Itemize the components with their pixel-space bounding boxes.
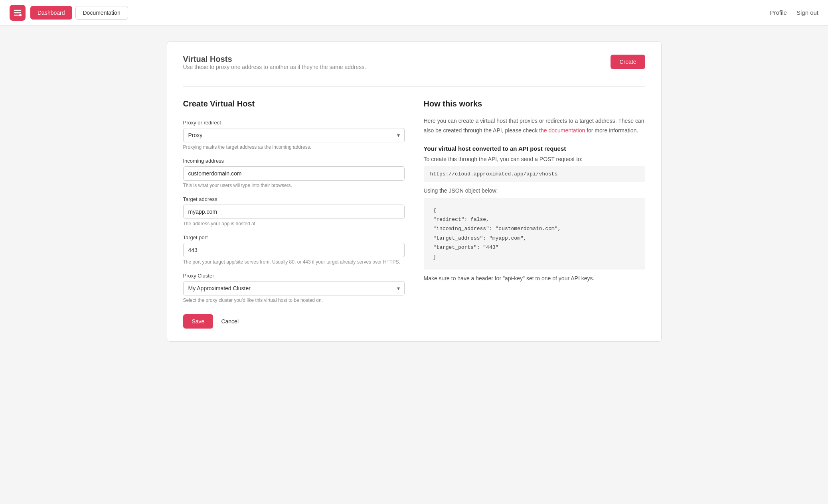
main-nav: Dashboard Documentation [30,6,128,20]
card-header: Virtual Hosts Use these to proxy one add… [183,55,645,83]
json-label: Using the JSON object below: [424,187,645,194]
create-button[interactable]: Create [611,55,645,69]
api-footer: Make sure to have a header for "api-key"… [424,275,645,282]
api-section-title: Your virtual host converted to an API po… [424,145,645,152]
proxy-redirect-label: Proxy or redirect [183,120,405,126]
target-port-input[interactable] [183,243,405,257]
profile-link[interactable]: Profile [770,9,787,16]
target-address-input[interactable] [183,205,405,219]
json-line-4: "target_address": "myapp.com", [433,234,636,243]
documentation-link[interactable]: the documentation [539,127,585,134]
documentation-button[interactable]: Documentation [75,6,128,20]
save-button[interactable]: Save [183,314,213,329]
api-description: To create this through the API, you can … [424,156,645,162]
cancel-button[interactable]: Cancel [219,314,240,329]
proxy-hint: Proxying masks the target address as the… [183,144,405,150]
json-line-2: "redirect": false, [433,215,636,224]
proxy-redirect-select[interactable]: Proxy Redirect [183,128,405,142]
virtual-hosts-card: Virtual Hosts Use these to proxy one add… [167,41,662,342]
incoming-address-hint: This is what your users will type into t… [183,183,405,188]
header-right: Profile Sign out [770,9,818,16]
json-block: { "redirect": false, "incoming_address":… [424,198,645,270]
target-address-label: Target address [183,196,405,202]
signout-link[interactable]: Sign out [796,9,818,16]
target-port-label: Target port [183,234,405,240]
main-content: Virtual Hosts Use these to proxy one add… [151,41,678,342]
incoming-address-input[interactable] [183,166,405,181]
form-section: Create Virtual Host Proxy or redirect Pr… [183,99,405,329]
two-column-layout: Create Virtual Host Proxy or redirect Pr… [183,99,645,329]
proxy-redirect-group: Proxy or redirect Proxy Redirect ▾ Proxy… [183,120,405,150]
target-address-group: Target address The address your app is h… [183,196,405,226]
proxy-cluster-group: Proxy Cluster My Approximated Cluster ▾ … [183,273,405,303]
svg-point-0 [19,14,22,16]
page-title: Virtual Hosts [183,55,366,64]
api-url-block: https://cloud.approximated.app/api/vhost… [424,166,645,182]
divider [183,86,645,87]
proxy-redirect-select-wrapper: Proxy Redirect ▾ [183,128,405,142]
how-it-works-section: How this works Here you can create a vir… [424,99,645,329]
dashboard-button[interactable]: Dashboard [30,6,72,20]
how-title: How this works [424,99,645,108]
form-section-title: Create Virtual Host [183,99,405,108]
proxy-cluster-select-wrapper: My Approximated Cluster ▾ [183,281,405,295]
incoming-address-label: Incoming address [183,158,405,164]
json-line-1: { [433,206,636,215]
incoming-address-group: Incoming address This is what your users… [183,158,405,188]
page-subtitle: Use these to proxy one address to anothe… [183,64,366,70]
target-port-hint: The port your target app/site serves fro… [183,259,405,265]
api-url: https://cloud.approximated.app/api/vhost… [430,171,558,177]
header: Dashboard Documentation Profile Sign out [0,0,828,26]
json-line-5: "target_ports": "443" [433,243,636,252]
json-line-6: } [433,252,636,262]
form-actions: Save Cancel [183,314,405,329]
card-header-left: Virtual Hosts Use these to proxy one add… [183,55,366,83]
how-description-end: for more information. [587,127,638,134]
logo[interactable] [10,5,26,21]
proxy-cluster-label: Proxy Cluster [183,273,405,279]
proxy-cluster-select[interactable]: My Approximated Cluster [183,281,405,295]
json-line-3: "incoming_address": "customerdomain.com"… [433,224,636,233]
how-description: Here you can create a virtual host that … [424,116,645,136]
target-address-hint: The address your app is hosted at. [183,221,405,226]
target-port-group: Target port The port your target app/sit… [183,234,405,265]
logo-icon [13,8,22,18]
proxy-cluster-hint: Select the proxy cluster you'd like this… [183,297,405,303]
